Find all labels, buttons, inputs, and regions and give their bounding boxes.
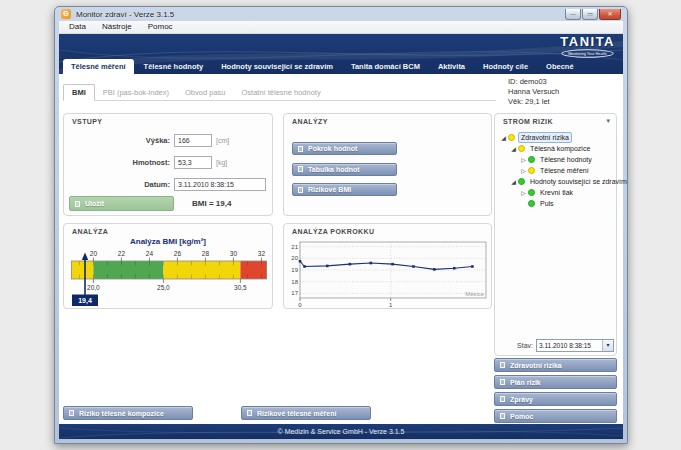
tab-hodnoty-c-le[interactable]: Hodnoty cíle [475, 59, 536, 74]
subtab-ostatn-t-lesn-hodnoty[interactable]: Ostatní tělesné hodnoty [233, 85, 328, 100]
expander-collapsed-icon[interactable]: ▷ [519, 156, 528, 163]
bmi-scale-chart: 2022242628303220,025,030,519,4 [71, 249, 267, 307]
field-row-datum: Datum: [64, 178, 266, 191]
input-datum[interactable] [174, 178, 266, 191]
menu-item-pomoc[interactable]: Pomoc [140, 21, 181, 33]
svg-text:30,5: 30,5 [234, 284, 247, 291]
field-row-hmotnost: Hmotnost:[kg] [64, 156, 227, 169]
svg-text:17: 17 [291, 290, 298, 296]
user-info: ID: demo03 Hanna Versuch Věk: 29,1 let [508, 77, 559, 107]
field-label: Datum: [64, 180, 170, 189]
button-label: Plán rizik [510, 379, 541, 386]
subtab-pbi-pas-bok-index[interactable]: PBI (pas-bok-index) [95, 85, 177, 100]
tree-item-zdravotn-rizika[interactable]: ◢Zdravotní rizika [495, 132, 616, 143]
svg-text:19,4: 19,4 [78, 297, 92, 305]
tree-item-t-lesn-kompozice[interactable]: ◢Tělesná kompozice [495, 143, 616, 154]
status-dot-green [528, 189, 535, 196]
expander-expanded-icon[interactable]: ◢ [509, 145, 518, 152]
tanita-logo: TANITA Monitoring Your Health [560, 35, 615, 58]
tree-item-krevn-tlak[interactable]: ▷Krevní tlak [495, 187, 616, 198]
menubar: DataNástrojePomoc [59, 21, 623, 34]
client-area: DataNástrojePomoc TANITA Monitoring Your… [59, 21, 623, 439]
tree-item-t-lesn-hodnoty[interactable]: ▷Tělesné hodnoty [495, 154, 616, 165]
status-dot-green [528, 156, 535, 163]
tab-t-lesn-hodnoty[interactable]: Tělesné hodnoty [136, 59, 212, 74]
expander-collapsed-icon[interactable]: ▷ [519, 189, 528, 196]
svg-text:20,0: 20,0 [87, 284, 100, 291]
status-dot-yellow [508, 134, 515, 141]
side-button-zdravotn-rizika[interactable]: Zdravotní rizika [494, 358, 617, 372]
inputs-panel-title: VSTUPY [64, 114, 272, 125]
status-dot-yellow [518, 145, 525, 152]
button-bullet-icon [500, 396, 505, 402]
brand-name: TANITA [560, 35, 615, 48]
header-banner: TANITA Monitoring Your Health Tělesné mě… [59, 34, 623, 74]
progress-analysis-panel: ANALÝZA POKROKKU 212019181701Měsíce [283, 223, 492, 309]
tab-obecn[interactable]: Obecné [538, 59, 582, 74]
svg-text:18: 18 [291, 279, 298, 285]
footer-text: © Medizin & Service GmbH - Verze 3.1.5 [278, 428, 405, 435]
tab-aktivita[interactable]: Aktivita [430, 59, 473, 74]
main-content: BMIPBI (pas-bok-index)Obvod pasuOstatní … [59, 74, 623, 424]
menu-item-data[interactable]: Data [61, 21, 94, 33]
inputs-panel: VSTUPY Výška:[cm]Hmotnost:[kg]Datum: Ulo… [63, 113, 273, 216]
sub-tabs: BMIPBI (pas-bok-index)Obvod pasuOstatní … [63, 84, 496, 101]
status-date-select[interactable]: 3.11.2010 8:38:15 ▾ [536, 339, 614, 352]
user-id: ID: demo03 [508, 77, 559, 87]
bottom-button-rizikov-t-lesn-m-en[interactable]: Rizikové tělesné měření [241, 406, 371, 420]
field-row-v-ka: Výška:[cm] [64, 134, 229, 147]
status-dot-yellow [528, 167, 535, 174]
collapse-panel-icon[interactable]: ▾ [606, 117, 610, 125]
subtab-obvod-pasu[interactable]: Obvod pasu [177, 85, 233, 100]
button-label: Tabulka hodnot [308, 166, 360, 173]
field-unit: [kg] [216, 159, 227, 166]
user-name: Hanna Versuch [508, 87, 559, 97]
menu-item-n-stroje[interactable]: Nástroje [94, 21, 140, 33]
expander-expanded-icon[interactable]: ◢ [509, 178, 518, 185]
bottom-button-riziko-t-lesn-kompozice[interactable]: Riziko tělesné kompozice [63, 406, 193, 420]
button-label: Pomoc [510, 413, 533, 420]
button-label: Riziko tělesné kompozice [79, 410, 164, 417]
svg-text:30: 30 [230, 250, 238, 257]
status-dot-green [518, 178, 525, 185]
button-tabulka-hodnot[interactable]: Tabulka hodnot [292, 163, 397, 176]
input-v-ka[interactable] [174, 134, 212, 147]
button-rizikov-bmi[interactable]: Rizikové BMI [292, 183, 397, 196]
expander-expanded-icon[interactable]: ◢ [499, 134, 508, 141]
tree-item-t-lesn-m-en[interactable]: ▷Tělesné měření [495, 165, 616, 176]
tree-item-hodnoty-souvisej-c-se-zdrav-m[interactable]: ◢Hodnoty související se zdravím [495, 176, 616, 187]
tab-hodnoty-souvisej-c-se-zdrav-m[interactable]: Hodnoty související se zdravím [213, 59, 341, 74]
button-pokrok-hodnot[interactable]: Pokrok hodnot [292, 142, 397, 155]
side-button-pl-n-rizik[interactable]: Plán rizik [494, 375, 617, 389]
status-row: Stav: 3.11.2010 8:38:15 ▾ [495, 338, 616, 352]
svg-text:19: 19 [291, 267, 298, 273]
tree-item-label: Tělesné měření [538, 166, 591, 175]
tab-tanita-dom-c-bcm[interactable]: Tanita domácí BCM [343, 59, 428, 74]
input-hmotnost[interactable] [174, 156, 212, 169]
analyses-panel-title: ANALÝZY [284, 114, 491, 125]
titlebar[interactable]: G Monitor zdraví - Verze 3.1.5 — ▭ ✕ [55, 7, 627, 21]
side-button-pomoc[interactable]: Pomoc [494, 409, 617, 423]
button-bullet-icon [500, 379, 505, 385]
close-icon[interactable]: ✕ [599, 9, 621, 20]
minimize-icon[interactable]: — [565, 9, 581, 20]
save-icon [75, 201, 80, 207]
main-tabs: Tělesné měřeníTělesné hodnotyHodnoty sou… [63, 59, 582, 74]
side-button-zpr-vy[interactable]: Zprávy [494, 392, 617, 406]
button-label: Rizikové tělesné měření [257, 410, 336, 417]
expander-collapsed-icon[interactable]: ▷ [519, 167, 528, 174]
svg-text:0: 0 [298, 302, 302, 308]
save-button-label: Uložit [85, 200, 104, 207]
svg-text:20: 20 [291, 255, 298, 261]
tree-item-label: Hodnoty související se zdravím [528, 177, 629, 186]
desktop-background: G Monitor zdraví - Verze 3.1.5 — ▭ ✕ Dat… [0, 0, 681, 450]
field-unit: [cm] [216, 137, 229, 144]
tab-t-lesn-m-en[interactable]: Tělesné měření [63, 59, 134, 74]
button-bullet-icon [500, 413, 505, 419]
save-button[interactable]: Uložit [69, 196, 174, 211]
tree-item-puls[interactable]: Puls [495, 198, 616, 209]
status-dot-green [528, 200, 535, 207]
maximize-icon[interactable]: ▭ [582, 9, 598, 20]
subtab-bmi[interactable]: BMI [63, 84, 95, 101]
button-bullet-icon [298, 166, 303, 172]
